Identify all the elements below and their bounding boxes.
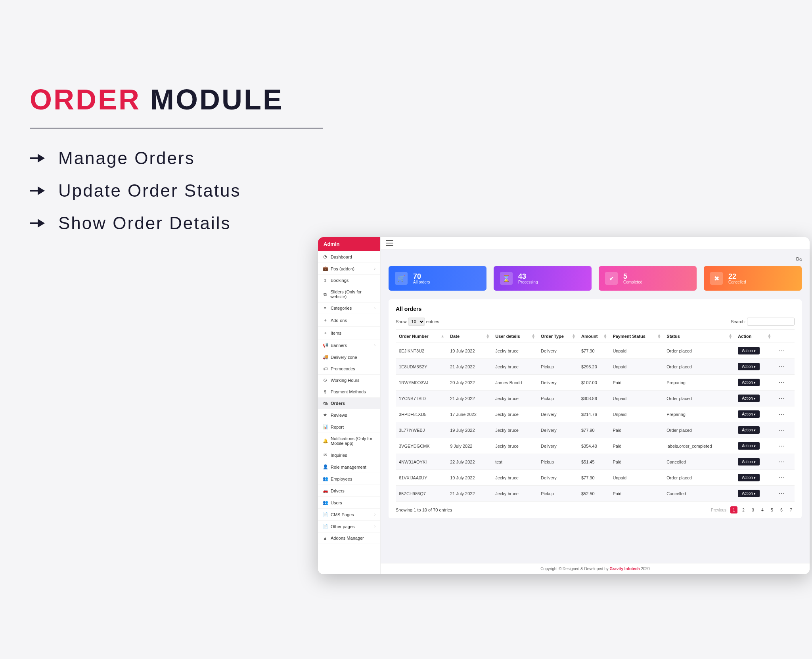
sidebar-item-other-pages[interactable]: 📄Other pages› <box>318 521 380 533</box>
sidebar-item-reviews[interactable]: ★Reviews <box>318 409 380 421</box>
action-button[interactable]: Action <box>738 363 760 370</box>
sidebar-item-delivery-zone[interactable]: 🚚Delivery zone <box>318 351 380 363</box>
table-row: 3L77IYWEBJ19 July 2022Jecky bruceDeliver… <box>396 422 795 438</box>
sidebar-icon: 🚗 <box>323 488 327 493</box>
sidebar-label: Inquiries <box>331 453 347 458</box>
action-button[interactable]: Action <box>738 395 760 402</box>
status-cell: labels.order_completed <box>663 438 735 454</box>
sidebar-item-drivers[interactable]: 🚗Drivers <box>318 485 380 497</box>
action-button[interactable]: Action <box>738 379 760 386</box>
action-button[interactable]: Action <box>738 490 760 497</box>
breadcrumb: Da <box>389 257 802 261</box>
arrow-icon <box>30 153 46 163</box>
action-button[interactable]: Action <box>738 347 760 354</box>
column-header[interactable]: Order Type▲▼ <box>538 330 578 343</box>
table-row: 65ZCH986Q721 July 2022Jecky brucePickup$… <box>396 486 795 502</box>
more-icon[interactable]: ⋯ <box>777 427 786 433</box>
feature-item: Manage Orders <box>30 148 323 168</box>
entries-select[interactable]: 10 <box>408 318 425 326</box>
pagination-page[interactable]: 4 <box>759 506 766 513</box>
action-button[interactable]: Action <box>738 442 760 450</box>
sidebar-item-bookings[interactable]: 🗓Bookings <box>318 275 380 286</box>
stat-card-cancelled[interactable]: ✖22Cancelled <box>704 266 802 291</box>
sidebar-item-promocodes[interactable]: 🏷Promocodes <box>318 363 380 375</box>
more-icon[interactable]: ⋯ <box>777 379 786 386</box>
sidebar-icon: 🚚 <box>323 354 327 360</box>
more-icon[interactable]: ⋯ <box>777 490 786 497</box>
more-icon[interactable]: ⋯ <box>777 459 786 465</box>
column-header[interactable]: Order Number▲ <box>396 330 447 343</box>
sidebar-item-banners[interactable]: 📢Banners› <box>318 339 380 351</box>
sidebar-item-role-management[interactable]: 👤Role management <box>318 461 380 473</box>
table-row: 4NW01AOYKI22 July 2022testPickup$51.45Pa… <box>396 454 795 470</box>
sidebar-item-payment-methods[interactable]: $Payment Methods <box>318 386 380 398</box>
sidebar-item-sliders-only-for-website-[interactable]: ⧉Sliders (Only for website) <box>318 286 380 303</box>
feature-item: Show Order Details <box>30 213 323 233</box>
sidebar-icon: ▲ <box>323 536 327 540</box>
feature-list: Manage OrdersUpdate Order StatusShow Ord… <box>30 148 323 233</box>
more-icon[interactable]: ⋯ <box>777 475 786 481</box>
action-button[interactable]: Action <box>738 474 760 481</box>
sidebar-item-categories[interactable]: ≡Categories› <box>318 303 380 314</box>
sort-icon: ▲▼ <box>486 334 490 339</box>
sidebar-item-orders[interactable]: 🛍Orders <box>318 398 380 409</box>
column-header[interactable]: User details▲▼ <box>492 330 538 343</box>
stat-label: Cancelled <box>728 280 746 284</box>
sidebar-item-working-hours[interactable]: ⏲Working Hours <box>318 375 380 386</box>
stat-label: All orders <box>413 280 430 284</box>
sidebar-item-notifications-only-for-mobile-app-[interactable]: 🔔Notifications (Only for Mobile app) <box>318 433 380 449</box>
sidebar-item-inquiries[interactable]: ✉Inquiries <box>318 449 380 461</box>
pagination-page[interactable]: 3 <box>749 506 756 513</box>
title-accent: ORDER <box>30 84 141 115</box>
action-button[interactable]: Action <box>738 458 760 466</box>
sidebar-label: Orders <box>331 401 345 406</box>
column-header[interactable]: Payment Status▲▼ <box>609 330 663 343</box>
sidebar-item-dashboard[interactable]: ◔Dashboard <box>318 251 380 263</box>
action-button[interactable]: Action <box>738 410 760 418</box>
sidebar-item-items[interactable]: ＋Items <box>318 327 380 339</box>
marketing-title: ORDER MODULE <box>30 83 323 116</box>
more-icon[interactable]: ⋯ <box>777 411 786 418</box>
more-icon[interactable]: ⋯ <box>777 364 786 370</box>
sidebar-item-employees[interactable]: 👥Employees <box>318 473 380 485</box>
sidebar-label: Delivery zone <box>331 355 357 360</box>
sidebar-label: Users <box>331 500 342 505</box>
table-row: 3HPDF81XD517 June 2022Jecky bruceDeliver… <box>396 406 795 422</box>
sidebar-item-pos-addon-[interactable]: 💼Pos (addon)› <box>318 263 380 275</box>
arrow-icon <box>30 186 46 195</box>
stat-card-processing[interactable]: ⌛43Processing <box>494 266 592 291</box>
more-icon[interactable]: ⋯ <box>777 348 786 354</box>
pagination-page[interactable]: 5 <box>768 506 776 513</box>
more-icon[interactable]: ⋯ <box>777 395 786 402</box>
sidebar-item-report[interactable]: 📊Report <box>318 421 380 433</box>
stat-icon: 🛒 <box>395 272 408 285</box>
sidebar-icon: 🛍 <box>323 401 327 406</box>
sidebar-icon: 👤 <box>323 464 327 469</box>
sidebar-icon: 📢 <box>323 343 327 348</box>
column-header[interactable]: Date▲▼ <box>447 330 492 343</box>
stat-card-completed[interactable]: ✔5Completed <box>599 266 697 291</box>
sidebar-item-add-ons[interactable]: ＋Add-ons <box>318 314 380 327</box>
sidebar-label: Working Hours <box>331 378 360 383</box>
sidebar-item-cms-pages[interactable]: 📄CMS Pages› <box>318 509 380 521</box>
pagination-page[interactable]: 7 <box>787 506 795 513</box>
sidebar-label: Drivers <box>331 489 345 493</box>
main-area: Da 🛒70All orders⌛43Processing✔5Completed… <box>381 237 810 574</box>
column-header[interactable]: Amount▲▼ <box>578 330 609 343</box>
hamburger-icon[interactable] <box>386 240 393 246</box>
column-header[interactable]: Action▲▼ <box>735 330 774 343</box>
column-header[interactable]: Status▲▼ <box>663 330 735 343</box>
sidebar-item-addons-manager[interactable]: ▲Addons Manager <box>318 533 380 544</box>
pagination-page[interactable]: 1 <box>730 506 737 513</box>
orders-panel: All orders Show 10 entries Search: <box>389 299 802 518</box>
search-input[interactable] <box>747 318 795 326</box>
more-icon[interactable]: ⋯ <box>777 443 786 449</box>
sidebar-item-users[interactable]: 👥Users <box>318 497 380 509</box>
sidebar-icon: 👥 <box>323 500 327 505</box>
stat-label: Processing <box>518 280 538 284</box>
action-button[interactable]: Action <box>738 426 760 434</box>
pagination-prev[interactable]: Previous <box>709 508 728 512</box>
stat-card-all-orders[interactable]: 🛒70All orders <box>389 266 486 291</box>
pagination-page[interactable]: 6 <box>778 506 785 513</box>
pagination-page[interactable]: 2 <box>740 506 747 513</box>
